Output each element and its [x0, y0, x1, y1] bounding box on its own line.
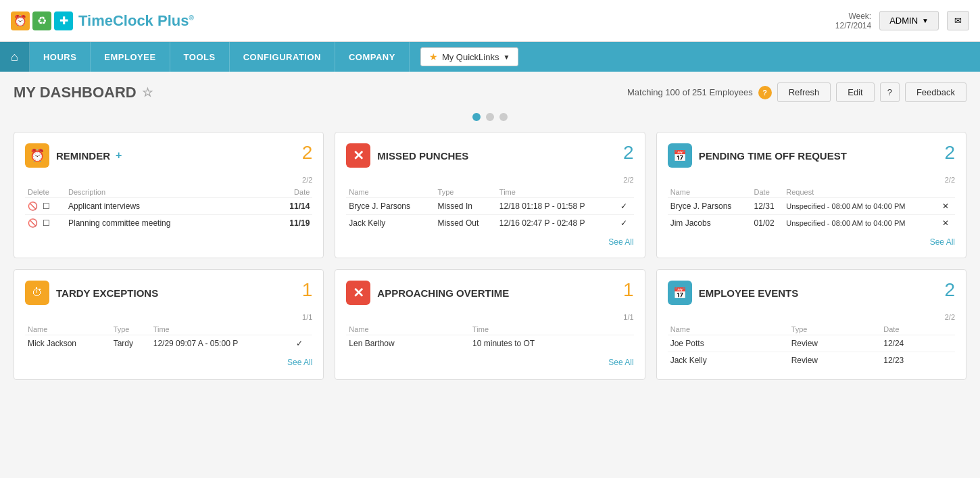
reminder-card: ⏰ REMINDER + 2 2/2 Delete Description Da…	[14, 132, 324, 258]
te-col-name: Name	[25, 324, 111, 335]
admin-label: ADMIN	[889, 16, 918, 26]
missed-punches-pagination: 2/2	[346, 176, 633, 184]
nav-item-tools[interactable]: TOOLS	[170, 42, 230, 72]
dashboard-title-text: MY DASHBOARD	[14, 84, 137, 101]
mp-row2-name: Jack Kelly	[346, 215, 435, 232]
quicklinks-label: My QuickLinks	[442, 52, 499, 62]
mail-button[interactable]: ✉	[947, 11, 969, 30]
quicklinks-star-icon: ★	[429, 51, 438, 62]
nav-home-button[interactable]: ⌂	[0, 42, 30, 72]
nav-item-configuration[interactable]: CONFIGURATION	[230, 42, 335, 72]
pto-col-name: Name	[668, 187, 752, 198]
pto-row1-dismiss[interactable]: ✕	[939, 198, 955, 215]
mp-row1-check: ✓	[618, 198, 634, 215]
ee-col-name: Name	[668, 324, 789, 335]
dot-1[interactable]	[472, 113, 481, 121]
pending-time-off-see-all: See All	[668, 237, 955, 247]
mp-row1-time: 12/18 01:18 P - 01:58 P	[497, 198, 618, 215]
edit-button[interactable]: Edit	[836, 82, 874, 102]
te-row1-check: ✓	[293, 335, 313, 352]
dashboard-title-area: MY DASHBOARD ☆	[14, 84, 153, 101]
tardy-exceptions-see-all-link[interactable]: See All	[287, 358, 312, 367]
reminder-table: Delete Description Date 🚫 ☐ Applicant in…	[25, 187, 312, 231]
main-content: MY DASHBOARD ☆ Matching 100 of 251 Emplo…	[0, 72, 980, 391]
table-row: Joe Potts Review 12/24	[668, 335, 955, 352]
table-row: Mick Jackson Tardy 12/29 09:07 A - 05:00…	[25, 335, 312, 352]
pending-time-off-pagination: 2/2	[668, 176, 955, 184]
table-row: 🚫 ☐ Planning committee meeting 11/19	[25, 215, 312, 232]
mp-row2-check: ✓	[618, 215, 634, 232]
nav-item-hours[interactable]: HOURS	[30, 42, 91, 72]
ee-col-type: Type	[789, 324, 881, 335]
employee-events-count: 2	[944, 279, 955, 301]
pagination-dots	[14, 113, 966, 121]
matching-help-icon[interactable]: ?	[758, 86, 772, 99]
dashboard-favorite-icon[interactable]: ☆	[142, 85, 153, 100]
employee-events-header: 📅 EMPLOYEE EVENTS	[668, 281, 955, 305]
logo-icon-plus: ✚	[54, 11, 73, 30]
reminder-col-desc: Description	[66, 187, 265, 198]
pending-time-off-icon: 📅	[668, 143, 692, 168]
missed-punches-icon: ✕	[346, 143, 370, 168]
ee-row1-type: Review	[789, 335, 881, 352]
ee-row1-name: Joe Potts	[668, 335, 789, 352]
reminder-delete-icon-2[interactable]: 🚫	[28, 218, 38, 228]
mp-row2-type: Missed Out	[435, 215, 497, 232]
nav-item-company[interactable]: COMPANY	[335, 42, 410, 72]
approaching-overtime-count: 1	[623, 279, 634, 301]
question-button[interactable]: ?	[880, 82, 900, 102]
pto-row2-dismiss[interactable]: ✕	[939, 215, 955, 232]
ee-col-date: Date	[881, 324, 955, 335]
reminder-row1-date: 11/14	[265, 198, 312, 215]
tardy-exceptions-count: 1	[302, 279, 313, 301]
table-row: Bryce J. Parsons 12/31 Unspecified - 08:…	[668, 198, 955, 215]
table-row: Jack Kelly Missed Out 12/16 02:47 P - 02…	[346, 215, 633, 232]
pending-time-off-header: 📅 PENDING TIME OFF REQUEST	[668, 143, 955, 168]
logo-icons: ⏰ ♻ ✚	[11, 11, 73, 30]
approaching-overtime-see-all: See All	[346, 357, 633, 367]
mp-row1-type: Missed In	[435, 198, 497, 215]
reminder-add-button[interactable]: +	[116, 149, 122, 162]
employee-events-card: 📅 EMPLOYEE EVENTS 2 2/2 Name Type Date J…	[656, 269, 966, 380]
header: ⏰ ♻ ✚ TimeClock Plus® Week: 12/7/2014 AD…	[0, 0, 980, 42]
dot-2[interactable]	[486, 113, 494, 121]
te-col-time: Time	[151, 324, 293, 335]
refresh-button[interactable]: Refresh	[777, 82, 831, 102]
quicklinks-chevron-icon: ▼	[503, 53, 510, 61]
approaching-overtime-table: Name Time Len Barthow 10 minutes to OT	[346, 324, 633, 352]
mp-row2-time: 12/16 02:47 P - 02:48 P	[497, 215, 618, 232]
logo-icon-recycle: ♻	[32, 11, 51, 30]
tardy-exceptions-pagination: 1/1	[25, 313, 312, 321]
missed-punches-see-all-link[interactable]: See All	[608, 237, 633, 247]
logo-icon-clock: ⏰	[11, 11, 30, 30]
table-row: Len Barthow 10 minutes to OT	[346, 335, 633, 352]
tardy-exceptions-title: TARDY EXCEPTIONS	[56, 287, 158, 299]
table-row: Jack Kelly Review 12/23	[668, 352, 955, 369]
reminder-card-title: REMINDER	[56, 150, 110, 162]
approaching-overtime-see-all-link[interactable]: See All	[608, 358, 633, 367]
quicklinks-button[interactable]: ★ My QuickLinks ▼	[420, 47, 518, 66]
reminder-row1-actions: 🚫 ☐	[25, 198, 66, 215]
missed-punches-card: ✕ MISSED PUNCHES 2 2/2 Name Type Time Br…	[335, 132, 645, 258]
cards-grid: ⏰ REMINDER + 2 2/2 Delete Description Da…	[14, 132, 966, 380]
reminder-checkbox-icon-2[interactable]: ☐	[43, 218, 50, 228]
dot-3[interactable]	[499, 113, 508, 121]
tardy-exceptions-card: ⏱ TARDY EXCEPTIONS 1 1/1 Name Type Time …	[14, 269, 324, 380]
reminder-row2-date: 11/19	[265, 215, 312, 232]
feedback-button[interactable]: Feedback	[905, 82, 966, 102]
ee-row2-date: 12/23	[881, 352, 955, 369]
dashboard-actions: Matching 100 of 251 Employees ? Refresh …	[627, 82, 966, 102]
pto-row2-date: 01/02	[752, 215, 784, 232]
dashboard-header: MY DASHBOARD ☆ Matching 100 of 251 Emplo…	[14, 82, 966, 102]
admin-button[interactable]: ADMIN ▼	[879, 11, 939, 30]
nav-item-employee[interactable]: EMPLOYEE	[91, 42, 170, 72]
reminder-checkbox-icon[interactable]: ☐	[43, 201, 50, 211]
nav-bar: ⌂ HOURS EMPLOYEE TOOLS CONFIGURATION COM…	[0, 42, 980, 72]
pending-time-off-see-all-link[interactable]: See All	[930, 237, 955, 247]
pto-row1-date: 12/31	[752, 198, 784, 215]
approaching-overtime-title: APPROACHING OVERTIME	[377, 287, 509, 299]
te-col-type: Type	[111, 324, 151, 335]
reminder-delete-icon[interactable]: 🚫	[28, 201, 38, 211]
mp-col-name: Name	[346, 187, 435, 198]
pto-row2-request: Unspecified - 08:00 AM to 04:00 PM	[783, 215, 939, 232]
